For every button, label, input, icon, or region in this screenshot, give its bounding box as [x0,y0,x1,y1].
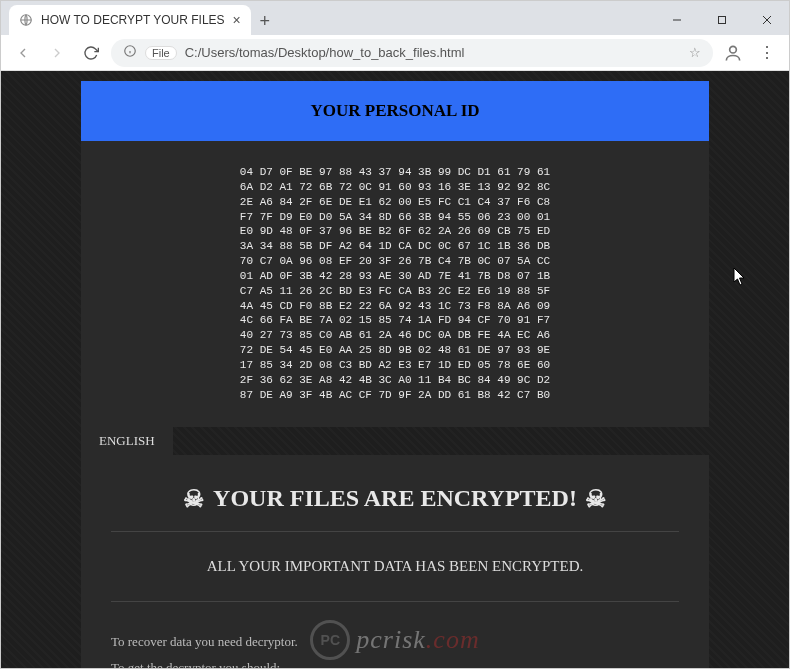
page-viewport: YOUR PERSONAL ID 04 D7 0F BE 97 88 43 37… [1,71,789,668]
reload-button[interactable] [77,39,105,67]
body-line: To recover data you need decryptor. [111,632,679,653]
skull-icon: ☠ [585,485,607,513]
browser-window: HOW TO DECRYPT YOUR FILES × + File C:/Us… [0,0,790,669]
id-panel: YOUR PERSONAL ID 04 D7 0F BE 97 88 43 37… [81,81,709,427]
tab-title: HOW TO DECRYPT YOUR FILES [41,13,225,27]
bookmark-icon[interactable]: ☆ [689,45,701,60]
headline-text: YOUR FILES ARE ENCRYPTED! [213,485,577,512]
language-tab[interactable]: ENGLISH [81,427,173,455]
url-text: C:/Users/tomas/Desktop/how_to_back_files… [185,45,465,60]
headline: ☠ YOUR FILES ARE ENCRYPTED! ☠ [111,475,679,532]
new-tab-button[interactable]: + [251,7,279,35]
close-window-button[interactable] [744,5,789,35]
minimize-button[interactable] [654,5,699,35]
close-tab-icon[interactable]: × [233,12,241,28]
message-panel: ☠ YOUR FILES ARE ENCRYPTED! ☠ ALL YOUR I… [81,455,709,669]
url-scheme-chip: File [145,46,177,60]
id-header: YOUR PERSONAL ID [81,81,709,141]
page-content: YOUR PERSONAL ID 04 D7 0F BE 97 88 43 37… [1,71,789,668]
svg-rect-2 [718,17,725,24]
language-row: ENGLISH [81,427,709,455]
forward-button[interactable] [43,39,71,67]
back-button[interactable] [9,39,37,67]
toolbar: File C:/Users/tomas/Desktop/how_to_back_… [1,35,789,71]
personal-id-block: 04 D7 0F BE 97 88 43 37 94 3B 99 DC D1 6… [81,141,709,427]
address-bar[interactable]: File C:/Users/tomas/Desktop/how_to_back_… [111,39,713,67]
info-icon [123,44,137,61]
menu-button[interactable]: ⋮ [753,39,781,67]
browser-tab[interactable]: HOW TO DECRYPT YOUR FILES × [9,5,251,35]
skull-icon: ☠ [183,485,205,513]
window-controls [654,5,789,35]
profile-button[interactable] [719,39,747,67]
body-line: To get the decryptor you should: [111,658,679,668]
page-icon [19,13,33,27]
tab-bar: HOW TO DECRYPT YOUR FILES × + [1,1,789,35]
maximize-button[interactable] [699,5,744,35]
subheadline: ALL YOUR IMPORTANT DATA HAS BEEN ENCRYPT… [111,532,679,602]
svg-point-8 [730,46,737,53]
message-body: To recover data you need decryptor. To g… [111,602,679,669]
